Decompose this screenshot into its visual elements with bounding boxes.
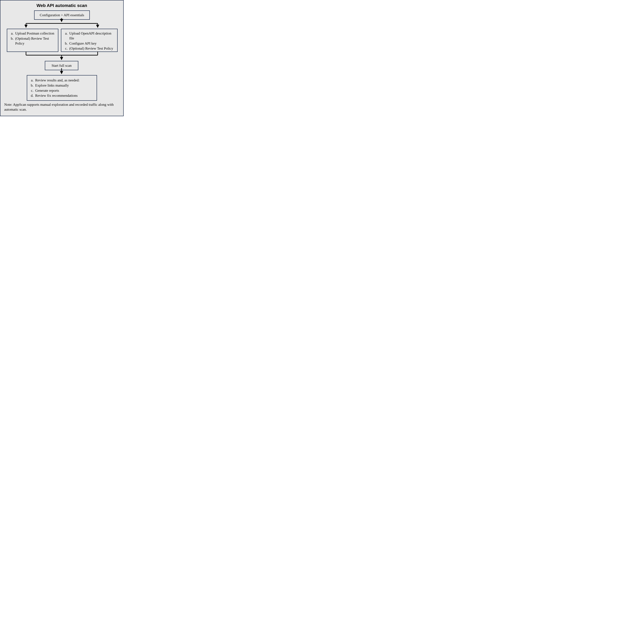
postman-item-b: (Optional) Review Test Policy <box>14 36 55 46</box>
results-list: Review results and, as needed: Explore l… <box>30 78 94 98</box>
diagram-title: Web API automatic scan <box>0 3 123 8</box>
results-item-b: Explore links manually <box>34 83 94 88</box>
diagram-note: Note: AppScan supports manual exploratio… <box>4 102 119 112</box>
openapi-item-c: (Optional) Review Test Policy <box>69 46 114 51</box>
postman-item-a: Upload Postman collection <box>14 31 55 36</box>
box-start-scan-text: Start full scan <box>52 63 72 67</box>
box-configuration-text: Configuration > API essentials <box>40 13 84 17</box>
results-item-c: Generate reports <box>34 88 94 93</box>
box-configuration: Configuration > API essentials <box>34 10 90 20</box>
box-postman-branch: Upload Postman collection (Optional) Rev… <box>7 29 58 52</box>
results-item-a: Review results and, as needed: <box>34 78 94 83</box>
box-start-scan: Start full scan <box>45 61 78 70</box>
diagram-canvas: Web API automatic scan Configuration > A… <box>0 0 124 116</box>
box-openapi-branch: Upload OpenAPI description file Configur… <box>61 29 118 52</box>
openapi-list: Upload OpenAPI description file Configur… <box>64 31 114 51</box>
openapi-item-a: Upload OpenAPI description file <box>69 31 114 41</box>
box-results: Review results and, as needed: Explore l… <box>27 75 97 101</box>
results-item-d: Review fix recommendations <box>34 93 94 98</box>
postman-list: Upload Postman collection (Optional) Rev… <box>10 31 55 46</box>
openapi-item-b: Configure API key <box>69 41 114 46</box>
